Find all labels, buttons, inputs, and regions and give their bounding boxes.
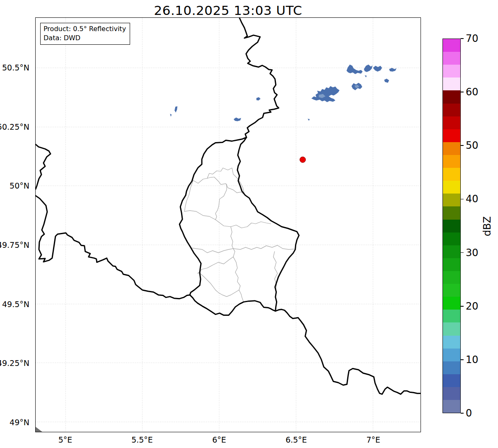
canton-border <box>215 184 227 220</box>
y-tick-label: 50.5°N <box>2 63 29 72</box>
colorbar-segment <box>443 168 460 181</box>
colorbar-tick-mark <box>461 199 464 200</box>
colorbar-tick-label: 0 <box>466 408 472 419</box>
colorbar-segment <box>443 194 460 206</box>
country-border <box>36 196 190 299</box>
radar-site-marker <box>300 157 306 162</box>
radar-figure: 26.10.2025 13:03 UTC 50.5°N50.25°N50°N49… <box>0 0 498 448</box>
colorbar-segment <box>443 90 460 103</box>
colorbar-segment <box>443 181 460 194</box>
colorbar-tick-label: 50 <box>466 140 479 151</box>
colorbar-segment <box>443 155 460 168</box>
y-tick-label: 49.25°N <box>0 358 29 368</box>
canton-border <box>191 248 233 253</box>
colorbar-segment <box>443 116 460 129</box>
country-border <box>276 310 421 395</box>
colorbar-segment <box>443 77 460 90</box>
country-border <box>36 144 51 189</box>
y-tick-label: 50°N <box>10 181 29 190</box>
colorbar-segment <box>443 258 460 271</box>
colorbar-tick-label: 70 <box>466 33 479 44</box>
page-title: 26.10.2025 13:03 UTC <box>35 3 421 18</box>
corner-artifact <box>36 427 42 432</box>
country-border <box>239 18 279 137</box>
colorbar-unit-label: dBZ <box>481 216 493 236</box>
radar-echo <box>346 65 363 74</box>
colorbar-segment <box>443 271 460 284</box>
x-tick-label: 5°E <box>58 435 73 444</box>
x-tick-label: 6.5°E <box>285 435 307 444</box>
x-tick-label: 6°E <box>212 435 226 444</box>
colorbar-segment <box>443 245 460 258</box>
colorbar-tick-label: 10 <box>466 354 479 365</box>
colorbar <box>442 39 461 413</box>
y-tick-label: 49°N <box>10 418 29 427</box>
x-tick-label: 7°E <box>366 435 380 444</box>
info-box: Product: 0.5° Reflectivity Data: DWD <box>40 23 130 45</box>
colorbar-segment <box>443 220 460 232</box>
colorbar-tick-label: 40 <box>466 194 479 204</box>
colorbar-tick-mark <box>461 252 464 253</box>
radar-echo <box>364 65 372 72</box>
canton-border <box>200 273 239 297</box>
canton-border <box>231 227 244 302</box>
radar-echo <box>373 66 382 72</box>
y-tick-label: 49.5°N <box>2 300 29 309</box>
colorbar-segment <box>443 361 460 374</box>
radar-echo <box>389 68 396 72</box>
colorbar-segment <box>443 297 460 310</box>
colorbar-segment <box>443 387 460 400</box>
radar-echo <box>234 118 241 121</box>
map-svg <box>36 18 421 432</box>
colorbar-tick-mark <box>461 145 464 146</box>
radar-echo <box>384 79 389 83</box>
colorbar-segment <box>443 336 460 349</box>
colorbar-tick-mark <box>461 92 464 92</box>
colorbar-segment <box>443 322 460 335</box>
colorbar-segment <box>443 104 460 116</box>
colorbar-segment <box>443 284 460 297</box>
radar-echo <box>308 119 310 121</box>
x-axis-labels: 5°E5.5°E6°E6.5°E7°E <box>0 435 435 447</box>
colorbar-tick-mark <box>461 359 464 360</box>
radar-echo <box>170 114 172 117</box>
canton-border <box>198 257 233 274</box>
colorbar-segment <box>443 142 460 155</box>
colorbar-tick-label: 60 <box>466 87 479 97</box>
y-axis-labels: 50.5°N50.25°N50°N49.75°N49.5°N49.25°N49°… <box>0 0 32 448</box>
map-plot-area <box>35 17 421 432</box>
canton-border <box>273 252 278 289</box>
colorbar-segment <box>443 310 460 322</box>
colorbar-tick-mark <box>461 306 464 307</box>
colorbar-segment <box>443 349 460 361</box>
radar-echo <box>174 107 177 113</box>
canton-border <box>233 245 295 249</box>
y-tick-label: 49.75°N <box>0 240 29 249</box>
colorbar-tick-label: 20 <box>466 301 479 312</box>
colorbar-segment <box>443 400 460 413</box>
colorbar-tick-mark <box>461 413 464 414</box>
colorbar-segment <box>443 374 460 387</box>
colorbar-tick-mark <box>461 38 464 39</box>
colorbar-segment <box>443 65 460 77</box>
colorbar-segment <box>443 232 460 245</box>
radar-echo <box>256 97 261 101</box>
y-tick-label: 50.25°N <box>0 122 29 131</box>
colorbar-segment <box>443 39 460 52</box>
radar-echo <box>365 75 367 77</box>
info-product-line: Product: 0.5° Reflectivity <box>44 24 126 34</box>
x-tick-label: 5.5°E <box>131 435 153 444</box>
colorbar-segment <box>443 129 460 142</box>
canton-border <box>184 211 271 228</box>
colorbar-segment <box>443 52 460 65</box>
colorbar-tick-label: 30 <box>466 247 479 258</box>
radar-echo <box>312 86 340 102</box>
info-data-line: Data: DWD <box>44 34 126 43</box>
colorbar-segment <box>443 206 460 219</box>
